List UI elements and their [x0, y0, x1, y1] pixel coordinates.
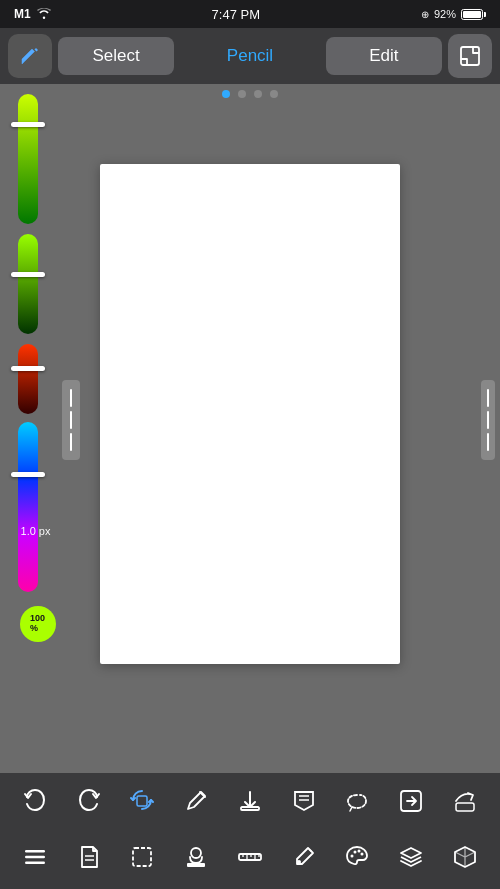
redirect-button[interactable] — [446, 782, 484, 820]
svg-rect-9 — [25, 856, 45, 859]
opacity-circle[interactable]: 100% — [20, 606, 56, 642]
svg-rect-2 — [241, 807, 259, 810]
svg-point-25 — [358, 850, 361, 853]
color-panel: 1.0 px 100% — [0, 84, 55, 704]
page-dots — [0, 84, 500, 104]
svg-point-24 — [354, 851, 357, 854]
spectrum-slider[interactable] — [18, 422, 38, 592]
selection-rect-button[interactable] — [123, 838, 161, 876]
tool-name-label: Pencil — [180, 46, 320, 66]
battery-percent: 92% — [434, 8, 456, 20]
green-slider-1[interactable] — [18, 94, 38, 224]
palette-button[interactable] — [338, 838, 376, 876]
svg-point-23 — [351, 855, 354, 858]
status-bar: M1 7:47 PM ⊕ 92% — [0, 0, 500, 28]
svg-rect-0 — [461, 47, 479, 65]
document-button[interactable] — [70, 838, 108, 876]
page-dot-3[interactable] — [254, 90, 262, 98]
carrier-label: M1 — [14, 7, 31, 21]
svg-point-14 — [191, 848, 201, 858]
page-dot-4[interactable] — [270, 90, 278, 98]
select-label: Select — [93, 46, 140, 66]
svg-rect-10 — [25, 862, 45, 865]
right-scroll-handle[interactable] — [481, 380, 495, 460]
svg-rect-8 — [25, 850, 45, 853]
page-dot-1[interactable] — [222, 90, 230, 98]
svg-rect-16 — [239, 854, 261, 860]
page-dot-2[interactable] — [238, 90, 246, 98]
draw-button[interactable] — [177, 782, 215, 820]
brightness-slider[interactable] — [18, 234, 38, 334]
red-slider[interactable] — [18, 344, 38, 414]
battery-icon — [461, 9, 486, 20]
canvas-area — [55, 104, 445, 724]
bottom-row-2 — [0, 829, 500, 885]
time-label: 7:47 PM — [212, 7, 260, 22]
bottom-toolbar — [0, 773, 500, 889]
pencil-tool-button[interactable] — [8, 34, 52, 78]
redo-button[interactable] — [70, 782, 108, 820]
wifi-icon — [37, 8, 51, 21]
handle-line-3 — [70, 433, 72, 451]
handle-line-2 — [70, 411, 72, 429]
edit-button[interactable]: Edit — [326, 37, 442, 75]
status-right: ⊕ 92% — [421, 8, 486, 20]
select-button[interactable]: Select — [58, 37, 174, 75]
location-icon: ⊕ — [421, 9, 429, 20]
menu-button[interactable] — [16, 838, 54, 876]
selection-cut-button[interactable] — [285, 782, 323, 820]
svg-point-26 — [361, 853, 364, 856]
undo-button[interactable] — [16, 782, 54, 820]
main-toolbar: Select Pencil Edit — [0, 28, 500, 84]
svg-rect-15 — [187, 863, 205, 867]
svg-marker-3 — [295, 792, 313, 810]
svg-rect-13 — [133, 848, 151, 866]
ruler-button[interactable] — [231, 838, 269, 876]
opacity-value: 100% — [30, 614, 45, 634]
svg-rect-7 — [456, 803, 474, 811]
bottom-row-1 — [0, 773, 500, 829]
right-handle-line-1 — [487, 389, 489, 407]
expand-button[interactable] — [448, 34, 492, 78]
layers-button[interactable] — [392, 838, 430, 876]
handle-line-1 — [70, 389, 72, 407]
eyedropper-button[interactable] — [285, 838, 323, 876]
stamp-button[interactable] — [177, 838, 215, 876]
svg-rect-1 — [137, 796, 147, 806]
share-button[interactable] — [392, 782, 430, 820]
canvas-paper[interactable] — [100, 164, 400, 664]
import-button[interactable] — [231, 782, 269, 820]
size-label: 1.0 px — [21, 524, 51, 538]
right-handle-line-2 — [487, 411, 489, 429]
edit-label: Edit — [369, 46, 398, 66]
svg-point-22 — [297, 860, 301, 864]
left-scroll-handle[interactable] — [62, 380, 80, 460]
3d-button[interactable] — [446, 838, 484, 876]
lasso-button[interactable] — [338, 782, 376, 820]
right-handle-line-3 — [487, 433, 489, 451]
transform-button[interactable] — [123, 782, 161, 820]
status-left: M1 — [14, 7, 51, 21]
